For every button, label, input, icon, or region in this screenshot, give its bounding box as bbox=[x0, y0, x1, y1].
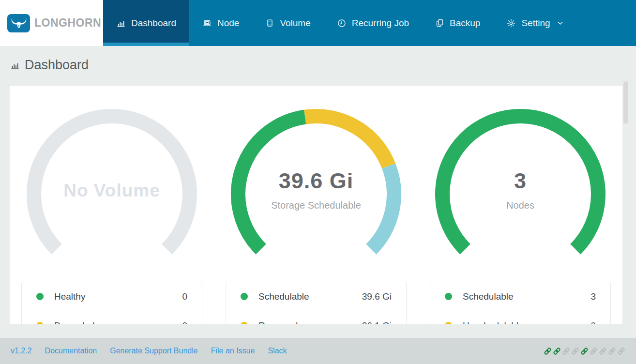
legend-value: 26.1 Gi bbox=[362, 320, 392, 324]
legend-row-schedulable: Schedulable39.6 Gi bbox=[226, 282, 406, 311]
legend-row-healthy: Healthy0 bbox=[22, 282, 202, 311]
legend-label: Schedulable bbox=[463, 291, 514, 302]
legend-label: Reserved bbox=[258, 320, 298, 324]
node-icon bbox=[202, 18, 212, 28]
legend-label: Healthy bbox=[54, 291, 85, 302]
legend-box-volume: Healthy0Degraded0 bbox=[21, 282, 202, 324]
nav-item-label: Dashboard bbox=[131, 18, 176, 29]
gauge-chart-nodes: 3Nodes bbox=[418, 107, 622, 272]
link-icon bbox=[544, 347, 552, 355]
nav-item-label: Node bbox=[217, 18, 239, 29]
legend-value: 0 bbox=[591, 320, 596, 324]
dashboard-icon bbox=[116, 18, 126, 28]
legend-dot bbox=[36, 293, 44, 300]
legend-label: Unschedulable bbox=[463, 320, 524, 324]
top-nav: LONGHORN DashboardNodeVolumeRecurring Jo… bbox=[0, 0, 636, 46]
setting-icon bbox=[506, 18, 516, 28]
legend-label: Schedulable bbox=[258, 291, 309, 302]
legend-column: Schedulable39.6 GiReserved26.1 Gi bbox=[214, 282, 418, 324]
link-icon bbox=[599, 347, 607, 355]
legend-value: 3 bbox=[591, 291, 596, 302]
recurring-job-icon bbox=[337, 18, 347, 28]
footer-link-slack[interactable]: Slack bbox=[268, 347, 287, 355]
footer-link-documentation[interactable]: Documentation bbox=[45, 347, 97, 355]
nav-item-label: Volume bbox=[280, 18, 310, 29]
connection-status-icons bbox=[544, 347, 625, 355]
legend-value: 0 bbox=[182, 291, 187, 302]
legend-value: 39.6 Gi bbox=[362, 291, 392, 302]
nav-item-recurring-job[interactable]: Recurring Job bbox=[324, 0, 422, 46]
nav-menu: DashboardNodeVolumeRecurring JobBackupSe… bbox=[103, 0, 636, 46]
footer-link-generate-support-bundle[interactable]: Generate Support Bundle bbox=[110, 347, 197, 355]
nav-item-backup[interactable]: Backup bbox=[422, 0, 493, 46]
legend-box-storage: Schedulable39.6 GiReserved26.1 Gi bbox=[226, 282, 407, 324]
link-icon bbox=[580, 347, 589, 355]
footer-links: v1.2.2DocumentationGenerate Support Bund… bbox=[11, 347, 287, 355]
link-icon bbox=[571, 347, 579, 355]
dashboard-icon bbox=[10, 61, 20, 70]
legend-row-schedulable: Schedulable3 bbox=[430, 282, 610, 311]
charts-row: No Volume39.6 GiStorage Schedulable3Node… bbox=[10, 86, 622, 272]
brand-name: LONGHORN bbox=[34, 16, 101, 30]
gauge-value: 39.6 Gi bbox=[214, 168, 418, 194]
legends-row: Healthy0Degraded0Schedulable39.6 GiReser… bbox=[10, 282, 622, 324]
legend-dot bbox=[241, 322, 248, 324]
legend-row-degraded: Degraded0 bbox=[22, 311, 202, 324]
page-title: Dashboard bbox=[25, 58, 89, 73]
legend-label: Degraded bbox=[54, 320, 94, 324]
legend-dot bbox=[445, 293, 452, 300]
nav-item-label: Backup bbox=[450, 18, 480, 29]
legend-row-reserved: Reserved26.1 Gi bbox=[226, 311, 406, 324]
nav-item-dashboard[interactable]: Dashboard bbox=[103, 0, 189, 46]
legend-column: Schedulable3Unschedulable0 bbox=[418, 282, 622, 324]
gauge-chart-storage: 39.6 GiStorage Schedulable bbox=[214, 107, 418, 272]
scrollbar-thumb[interactable] bbox=[623, 81, 628, 124]
gauge-chart-volume: No Volume bbox=[10, 107, 214, 272]
legend-box-nodes: Schedulable3Unschedulable0 bbox=[430, 282, 611, 324]
link-icon bbox=[562, 347, 570, 355]
legend-column: Healthy0Degraded0 bbox=[10, 282, 214, 324]
link-icon bbox=[553, 347, 561, 355]
legend-row-unschedulable: Unschedulable0 bbox=[430, 311, 610, 324]
link-icon bbox=[590, 347, 598, 355]
legend-value: 0 bbox=[182, 320, 187, 324]
nav-item-volume[interactable]: Volume bbox=[252, 0, 323, 46]
page-title-row: Dashboard bbox=[10, 58, 636, 73]
nav-item-label: Setting bbox=[521, 18, 550, 29]
footer-link-file-an-issue[interactable]: File an Issue bbox=[211, 347, 255, 355]
gauge-label: Nodes bbox=[418, 200, 622, 211]
content-area: Dashboard No Volume39.6 GiStorage Schedu… bbox=[0, 46, 636, 338]
footer: v1.2.2DocumentationGenerate Support Bund… bbox=[0, 338, 636, 364]
nav-item-label: Recurring Job bbox=[352, 18, 409, 29]
chevron-down-icon bbox=[556, 19, 564, 27]
dashboard-card: No Volume39.6 GiStorage Schedulable3Node… bbox=[10, 86, 622, 324]
link-icon bbox=[608, 347, 616, 355]
backup-icon bbox=[435, 18, 444, 28]
brand[interactable]: LONGHORN bbox=[0, 0, 103, 46]
legend-dot bbox=[445, 322, 452, 324]
volume-icon bbox=[265, 18, 274, 28]
legend-dot bbox=[241, 293, 248, 300]
version-link[interactable]: v1.2.2 bbox=[11, 347, 32, 355]
gauge-label: Storage Schedulable bbox=[214, 200, 418, 211]
gauge-empty-text: No Volume bbox=[10, 181, 214, 201]
legend-dot bbox=[36, 322, 44, 324]
longhorn-logo-icon bbox=[7, 14, 30, 32]
gauge-value: 3 bbox=[418, 168, 622, 194]
nav-item-setting[interactable]: Setting bbox=[493, 0, 577, 46]
nav-item-node[interactable]: Node bbox=[189, 0, 252, 46]
link-icon bbox=[617, 347, 625, 355]
